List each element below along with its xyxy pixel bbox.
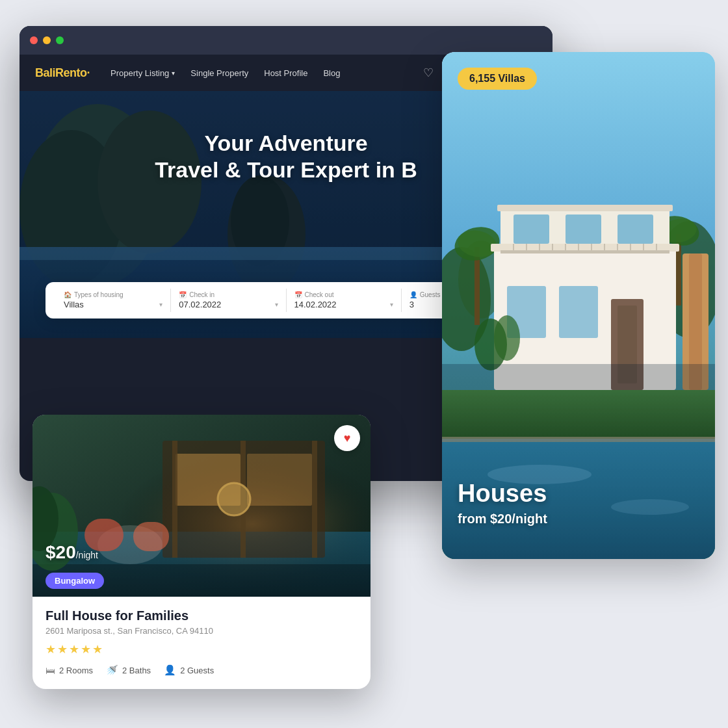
chevron-down-icon: ▾ bbox=[172, 70, 175, 77]
baths-amenity: 🚿 2 Baths bbox=[106, 664, 151, 676]
nav-blog[interactable]: Blog bbox=[323, 68, 340, 78]
houses-card-image: 6,155 Villas Houses from $20/night bbox=[442, 52, 715, 559]
svg-point-21 bbox=[218, 483, 250, 515]
houses-card-info: Houses from $20/night bbox=[458, 480, 547, 526]
housing-type-label: 🏠 Types of housing bbox=[64, 291, 162, 298]
check-out-value: 14.02.2022 ▾ bbox=[294, 300, 393, 309]
chevron-down-icon: ▾ bbox=[275, 301, 278, 308]
property-card: ♥ $20/night Bungalow Full House for Fami… bbox=[32, 415, 370, 689]
housing-type-selector[interactable]: 🏠 Types of housing Villas ▾ bbox=[56, 289, 171, 312]
svg-rect-17 bbox=[312, 441, 317, 558]
svg-rect-40 bbox=[566, 214, 601, 244]
close-dot[interactable] bbox=[30, 36, 38, 44]
check-out-label: 📅 Check out bbox=[294, 291, 393, 298]
check-out-selector[interactable]: 📅 Check out 14.02.2022 ▾ bbox=[287, 289, 402, 312]
svg-rect-20 bbox=[133, 522, 169, 551]
nav-property-listing[interactable]: Property Listing ▾ bbox=[110, 68, 175, 78]
svg-rect-56 bbox=[559, 286, 598, 338]
nav-single-property[interactable]: Single Property bbox=[190, 68, 248, 78]
property-title: Full House for Families bbox=[46, 608, 358, 623]
property-amenities: 🛏 2 Rooms 🚿 2 Baths 👤 2 Guests bbox=[46, 664, 358, 676]
browser-titlebar bbox=[20, 26, 552, 55]
person-icon: 👤 bbox=[164, 664, 176, 676]
svg-rect-15 bbox=[172, 441, 177, 558]
svg-rect-68 bbox=[442, 364, 715, 559]
check-in-selector[interactable]: 📅 Check in 07.02.2022 ▾ bbox=[171, 289, 286, 312]
svg-rect-38 bbox=[497, 205, 673, 211]
property-card-image: ♥ $20/night Bungalow bbox=[32, 415, 370, 597]
houses-title: Houses bbox=[458, 480, 547, 508]
maximize-dot[interactable] bbox=[56, 36, 64, 44]
shower-icon: 🚿 bbox=[106, 664, 118, 676]
houses-price: from $20/night bbox=[458, 512, 547, 526]
svg-rect-39 bbox=[514, 214, 549, 244]
property-price: $20/night bbox=[46, 542, 98, 563]
chevron-down-icon: ▾ bbox=[390, 301, 393, 308]
chevron-down-icon: ▾ bbox=[159, 301, 162, 308]
property-type-badge: Bungalow bbox=[46, 575, 104, 586]
svg-rect-14 bbox=[247, 454, 312, 506]
favorite-button[interactable]: ♥ bbox=[334, 425, 360, 451]
property-card-info: Full House for Families 2601 Mariposa st… bbox=[32, 597, 370, 689]
bed-icon: 🛏 bbox=[46, 665, 55, 676]
nav-host-profile[interactable]: Host Profile bbox=[264, 68, 307, 78]
villas-count-badge: 6,155 Villas bbox=[458, 68, 537, 90]
property-rating: ★★★★★ bbox=[46, 642, 358, 656]
minimize-dot[interactable] bbox=[43, 36, 51, 44]
housing-type-value: Villas ▾ bbox=[64, 300, 162, 309]
property-address: 2601 Mariposa st., San Francisco, CA 941… bbox=[46, 626, 358, 636]
svg-point-63 bbox=[494, 315, 520, 361]
favorites-heart-icon[interactable]: ♡ bbox=[423, 66, 434, 80]
houses-card: 6,155 Villas Houses from $20/night bbox=[442, 52, 715, 559]
svg-rect-41 bbox=[618, 214, 653, 244]
check-in-label: 📅 Check in bbox=[179, 291, 278, 298]
logo[interactable]: BaliRento· bbox=[35, 66, 90, 80]
rooms-amenity: 🛏 2 Rooms bbox=[46, 665, 93, 676]
guests-amenity: 👤 2 Guests bbox=[164, 664, 214, 676]
check-in-value: 07.02.2022 ▾ bbox=[179, 300, 278, 309]
property-image-illustration bbox=[32, 415, 370, 597]
